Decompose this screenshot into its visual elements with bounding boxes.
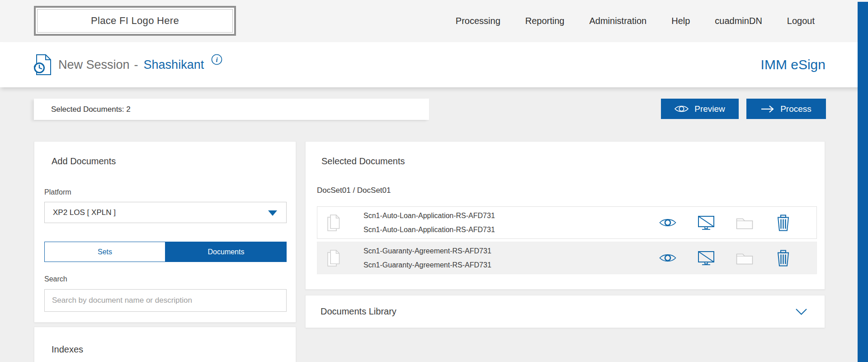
tab-sets[interactable]: Sets: [44, 242, 165, 262]
top-nav: Processing Reporting Administration Help…: [456, 16, 815, 26]
logo-text: Place FI Logo Here: [91, 15, 179, 27]
right-accent-strip: [858, 2, 868, 362]
selected-count-text: Selected Documents: 2: [51, 105, 131, 114]
nav-reporting[interactable]: Reporting: [525, 16, 565, 26]
document-pages-icon: [327, 250, 340, 267]
page-title: New Session: [58, 58, 130, 72]
process-button[interactable]: Process: [746, 99, 826, 119]
document-row: Scn1-Guaranty-Agreement-RS-AFD731 Scn1-G…: [317, 242, 817, 274]
search-input[interactable]: [44, 289, 287, 312]
new-session-icon: [33, 54, 52, 76]
delete-icon[interactable]: [774, 214, 792, 231]
arrow-right-icon: [761, 105, 774, 113]
monitor-slash-icon[interactable]: [698, 250, 715, 266]
monitor-slash-icon[interactable]: [698, 214, 715, 231]
document-pages-icon: [327, 214, 340, 231]
platform-dropdown-value: XP2 LOS [ XPLN ]: [53, 208, 116, 217]
view-document-icon[interactable]: [659, 214, 676, 231]
add-documents-title: Add Documents: [52, 156, 116, 167]
nav-processing[interactable]: Processing: [456, 16, 500, 26]
caret-down-icon: [268, 210, 277, 216]
indexes-panel: Indexes: [34, 327, 296, 362]
esign-app: Place FI Logo Here Processing Reporting …: [0, 0, 868, 362]
view-document-icon[interactable]: [659, 250, 676, 266]
top-header: Place FI Logo Here Processing Reporting …: [0, 0, 868, 42]
add-documents-panel: Add Documents Platform XP2 LOS [ XPLN ] …: [34, 141, 296, 323]
nav-user-cuadmindn[interactable]: cuadminDN: [715, 16, 762, 26]
indexes-title: Indexes: [52, 344, 83, 355]
delete-icon[interactable]: [774, 250, 792, 266]
session-user-name: Shashikant: [144, 58, 204, 72]
fi-logo-placeholder: Place FI Logo Here: [34, 6, 236, 36]
title-separator: -: [134, 58, 138, 72]
platform-label: Platform: [44, 188, 71, 196]
document-row: Scn1-Auto-Loan-Application-RS-AFD731 Scn…: [317, 206, 817, 239]
selected-documents-panel: Selected Documents DocSet01 / DocSet01 S…: [305, 141, 825, 290]
nav-logout[interactable]: Logout: [787, 16, 815, 26]
product-brand: IMM eSign: [761, 42, 826, 87]
nav-help[interactable]: Help: [671, 16, 690, 26]
documents-library-panel[interactable]: Documents Library: [305, 295, 825, 328]
chevron-down-icon[interactable]: [795, 308, 807, 315]
selected-count-bar: Selected Documents: 2: [34, 99, 429, 120]
document-description: Scn1-Guaranty-Agreement-RS-AFD731: [363, 261, 491, 269]
docset-breadcrumb: DocSet01 / DocSet01: [317, 186, 391, 195]
documents-library-title: Documents Library: [321, 306, 396, 317]
info-icon[interactable]: i: [211, 54, 222, 65]
folder-icon[interactable]: [736, 214, 753, 231]
document-description: Scn1-Auto-Loan-Application-RS-AFD731: [363, 226, 495, 234]
tab-documents[interactable]: Documents: [165, 242, 287, 262]
folder-icon[interactable]: [736, 250, 753, 266]
search-label: Search: [44, 275, 67, 283]
preview-button-label: Preview: [694, 104, 725, 114]
tab-documents-label: Documents: [208, 248, 245, 256]
process-button-label: Process: [780, 104, 811, 114]
sets-documents-toggle: Sets Documents: [44, 242, 287, 262]
preview-button[interactable]: Preview: [661, 99, 739, 119]
selected-documents-title: Selected Documents: [321, 156, 405, 167]
session-header: New Session - Shashikant i IMM eSign: [0, 42, 868, 87]
svg-text:i: i: [216, 56, 218, 63]
platform-dropdown[interactable]: XP2 LOS [ XPLN ]: [44, 202, 287, 223]
nav-administration[interactable]: Administration: [589, 16, 646, 26]
eye-icon: [675, 105, 689, 113]
document-name: Scn1-Guaranty-Agreement-RS-AFD731: [363, 247, 491, 255]
tab-sets-label: Sets: [98, 248, 112, 256]
document-name: Scn1-Auto-Loan-Application-RS-AFD731: [363, 212, 495, 220]
